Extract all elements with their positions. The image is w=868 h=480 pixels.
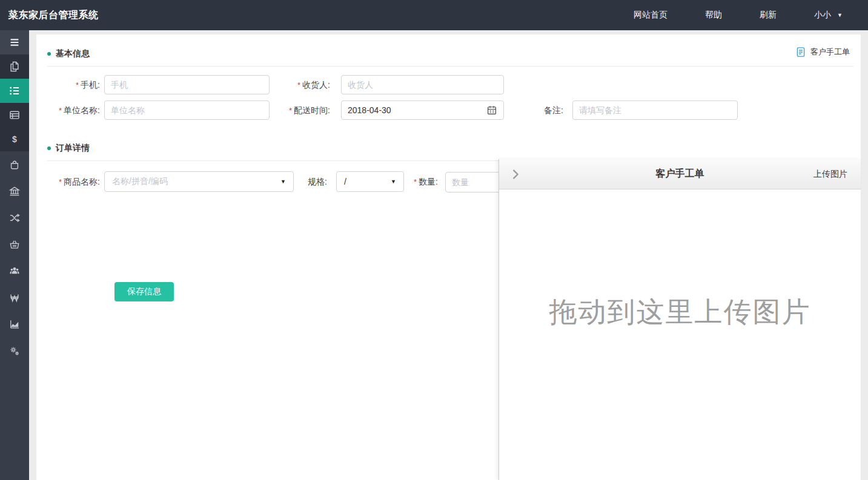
documents-icon [8,61,21,73]
topbar: 菜东家后台管理系统 网站首页 帮助 刷新 小小 ▼ [0,0,868,30]
username: 小小 [814,10,831,21]
preview-panel-header: 客户手工单 上传图片 [499,159,861,189]
product-name-select[interactable]: 名称/拼音/编码 ▼ [104,171,294,192]
collapse-panel-button[interactable] [509,168,522,181]
section-title-text: 订单详情 [56,143,90,154]
drop-hint-text: 拖动到这里上传图片 [499,294,861,331]
unit-name-label: *单位名称: [36,100,100,120]
table-icon [8,109,21,121]
users-icon [8,265,21,277]
order-detail-section-title: 订单详情 [47,142,90,154]
divider [47,66,853,67]
ordered-list-icon [8,85,21,97]
phone-input[interactable] [104,75,270,94]
chevron-right-icon [509,168,522,181]
sidebar-item-order-list[interactable] [0,79,29,103]
manual-order-link-label: 客户手工单 [810,47,850,58]
section-bullet-icon [47,52,51,56]
won-icon [8,292,21,304]
sidebar-item-won[interactable] [0,284,29,311]
sidebar-item-table[interactable] [0,103,29,127]
product-select-placeholder: 名称/拼音/编码 [112,176,168,187]
shuffle-icon [8,212,21,224]
upload-image-button[interactable]: 上传图片 [813,169,847,180]
app-title: 菜东家后台管理系统 [0,9,99,22]
required-mark: * [289,106,292,115]
remark-label: 备注: [503,100,563,120]
calendar-icon [486,105,497,116]
sidebar-item-bank[interactable] [0,178,29,205]
required-mark: * [59,177,62,186]
image-drop-zone[interactable]: 拖动到这里上传图片 [499,189,861,480]
required-mark: * [414,177,417,186]
sidebar-item-settings[interactable] [0,338,29,364]
unit-name-input[interactable] [104,100,270,120]
gears-icon [8,345,21,357]
nav-site-home[interactable]: 网站首页 [634,10,668,21]
required-mark: * [297,81,300,90]
sidebar-item-users[interactable] [0,258,29,284]
nav-refresh[interactable]: 刷新 [760,10,777,21]
consignee-input[interactable] [341,75,504,94]
sidebar-item-finance[interactable]: $ [0,127,29,151]
sidebar: $ [0,30,29,480]
section-bullet-icon [47,146,51,150]
bag-icon [8,159,21,171]
consignee-label: *收货人: [270,75,330,95]
menu-icon [8,36,21,49]
sidebar-item-chart[interactable] [0,311,29,338]
sidebar-item-basket[interactable] [0,231,29,258]
chart-icon [8,318,21,330]
topbar-nav: 网站首页 帮助 刷新 小小 ▼ [634,10,868,21]
phone-label: *手机: [36,75,100,95]
basic-info-section-title: 基本信息 [47,48,90,60]
required-mark: * [59,106,62,115]
caret-down-icon: ▼ [391,179,396,185]
document-icon [795,47,806,58]
manual-order-link[interactable]: 客户手工单 [795,47,850,58]
sidebar-item-bag[interactable] [0,151,29,178]
section-title-text: 基本信息 [56,48,90,59]
required-mark: * [76,81,79,90]
caret-down-icon: ▼ [280,179,286,185]
manual-order-preview-panel: 客户手工单 上传图片 拖动到这里上传图片 [499,159,861,480]
sidebar-item-documents[interactable] [0,54,29,79]
sidebar-item-shuffle[interactable] [0,205,29,231]
svg-text:$: $ [12,134,17,144]
delivery-date-input[interactable]: 2018-04-30 [341,100,504,120]
preview-panel-title: 客户手工单 [656,168,704,180]
sidebar-item-menu[interactable] [0,30,29,54]
basket-icon [8,238,21,251]
spec-select[interactable]: / ▼ [336,171,404,192]
caret-down-icon: ▼ [837,13,843,18]
bank-icon [8,185,21,197]
quantity-label: *数量: [400,171,438,192]
product-name-label: *商品名称: [36,171,100,192]
delivery-time-label: *配送时间: [270,100,330,120]
user-menu[interactable]: 小小 ▼ [814,10,843,21]
dollar-icon: $ [8,133,21,145]
delivery-date-value: 2018-04-30 [348,105,391,115]
spec-label: 规格: [294,171,327,192]
save-button[interactable]: 保存信息 [114,282,174,301]
nav-help[interactable]: 帮助 [705,10,722,21]
remark-input[interactable] [572,100,738,120]
spec-select-value: / [344,177,346,186]
